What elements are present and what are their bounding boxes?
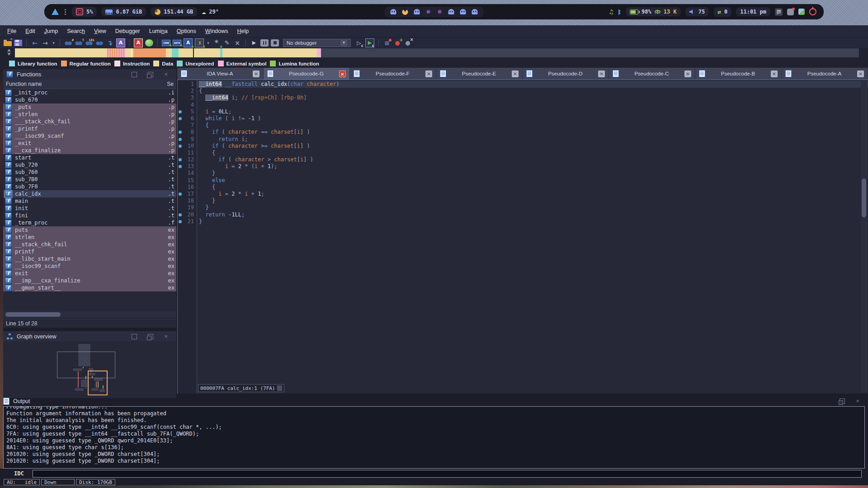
- workspace-2-pacman-icon[interactable]: [402, 9, 408, 15]
- menu-jump[interactable]: Jump: [40, 28, 63, 34]
- tab-close-icon[interactable]: ✕: [771, 70, 778, 77]
- code-line[interactable]: 20 return -1LL;: [178, 211, 868, 218]
- create-code-icon[interactable]: [162, 40, 170, 46]
- code-line[interactable]: 17 i = 2 * i + 1;: [178, 191, 868, 197]
- repeat-module[interactable]: ⇄ 0: [713, 7, 731, 17]
- menu-dots-icon[interactable]: [65, 11, 66, 13]
- sequence-search-icon[interactable]: [85, 40, 93, 46]
- function-row[interactable]: fexitex: [3, 270, 176, 277]
- tab-pseudocode-g[interactable]: Pseudocode-G✕: [264, 68, 350, 80]
- menu-lumina[interactable]: Lumina: [145, 28, 172, 34]
- function-row[interactable]: f___isoc99_scanf.p: [3, 132, 176, 140]
- function-row[interactable]: f_puts.p: [3, 103, 176, 111]
- workspace-3-ghost-icon[interactable]: [414, 9, 420, 14]
- close-icon[interactable]: ×: [164, 72, 168, 77]
- workspace-1-ghost-icon[interactable]: [391, 9, 396, 14]
- menu-help[interactable]: Help: [233, 28, 254, 34]
- jump-forward-icon[interactable]: →: [41, 39, 49, 47]
- step-pseudocode-icon[interactable]: ▷: [355, 39, 363, 47]
- debugger-stop-icon[interactable]: [271, 39, 279, 47]
- menu-edit[interactable]: Edit: [21, 28, 40, 34]
- function-row[interactable]: finit.t: [3, 205, 176, 212]
- function-row[interactable]: fstart.t: [3, 154, 176, 161]
- code-line[interactable]: 10 if ( character >= charset[i] ): [178, 143, 868, 150]
- code-line[interactable]: 8 if ( character == charset[i] ): [178, 129, 868, 136]
- music-icon[interactable]: ♫: [609, 8, 613, 15]
- workspace-5-dot-icon[interactable]: [438, 10, 442, 14]
- code-line[interactable]: 7 {: [178, 122, 868, 129]
- code-line[interactable]: 1__int64 __fastcall calc_idx(char charac…: [178, 81, 868, 88]
- jump-back-icon[interactable]: →: [31, 39, 39, 47]
- string-dropdown-icon[interactable]: ▾: [206, 39, 210, 47]
- dock-minimize-icon[interactable]: [132, 334, 137, 339]
- tab-close-icon[interactable]: ✕: [598, 70, 605, 77]
- vscrollbar-thumb[interactable]: [862, 178, 866, 217]
- menu-search[interactable]: Search: [62, 28, 90, 34]
- text-search-icon[interactable]: [75, 40, 83, 46]
- dock-float-icon[interactable]: [148, 334, 153, 339]
- function-row[interactable]: f__gmon_start__ex: [3, 284, 176, 291]
- code-vscrollbar[interactable]: [861, 81, 867, 393]
- function-row[interactable]: f__cxa_finalize.p: [3, 147, 176, 154]
- function-row[interactable]: fcalc_idx.t: [3, 190, 176, 197]
- arch-logo-icon[interactable]: [52, 9, 59, 15]
- navigation-band[interactable]: [15, 48, 859, 57]
- navband-up-icon[interactable]: [7, 49, 11, 52]
- code-line[interactable]: 15 else: [178, 177, 868, 184]
- binary-search-icon[interactable]: [64, 40, 72, 46]
- create-string-icon[interactable]: s: [195, 38, 204, 47]
- add-breakpoint-icon[interactable]: ●: [393, 39, 401, 47]
- function-row[interactable]: f_init_proc.i: [3, 89, 176, 96]
- delete-icon[interactable]: ×: [233, 39, 241, 47]
- column-segment[interactable]: Se: [167, 81, 174, 87]
- function-row[interactable]: ffini.t: [3, 212, 176, 219]
- create-data-icon[interactable]: [173, 40, 181, 46]
- debugger-start-icon[interactable]: ▶: [250, 39, 258, 47]
- code-line[interactable]: 16 {: [178, 184, 868, 191]
- function-row[interactable]: fmain.t: [3, 197, 176, 205]
- function-row[interactable]: f_strlen.p: [3, 111, 176, 118]
- menu-view[interactable]: View: [90, 28, 111, 34]
- close-icon[interactable]: ×: [856, 399, 859, 404]
- menu-file[interactable]: File: [3, 28, 21, 34]
- code-line[interactable]: 19 }: [178, 204, 868, 211]
- menu-debugger[interactable]: Debugger: [111, 28, 145, 34]
- tab-pseudocode-e[interactable]: Pseudocode-E✕: [436, 68, 523, 80]
- edit-icon[interactable]: ✎: [223, 39, 231, 47]
- function-row[interactable]: f_exit.p: [3, 140, 176, 147]
- dock-float-icon[interactable]: [840, 399, 845, 404]
- code-line[interactable]: 6 while ( i != -1 ): [178, 115, 868, 122]
- input-method-icon[interactable]: 拼: [775, 8, 783, 16]
- delete-breakpoint-icon[interactable]: ●: [404, 39, 412, 47]
- problem-marker-icon[interactable]: A: [134, 38, 143, 47]
- bluetooth-icon[interactable]: ᛒ: [618, 9, 621, 15]
- jump-forward-dropdown-icon[interactable]: ▾: [52, 39, 56, 47]
- function-row[interactable]: fstrlenex: [3, 234, 176, 241]
- create-struct-icon[interactable]: *: [212, 39, 221, 47]
- tab-close-icon[interactable]: ✕: [512, 70, 519, 77]
- chevron-down-icon[interactable]: ▼: [340, 40, 347, 46]
- debugger-pause-icon[interactable]: [260, 39, 269, 47]
- output-log[interactable]: Propagating type information...Function …: [3, 406, 865, 469]
- code-line[interactable]: 4: [178, 102, 868, 108]
- highlight-identifier-icon[interactable]: A: [116, 38, 125, 47]
- code-line[interactable]: 18 }: [178, 197, 868, 204]
- code-line[interactable]: 9 return i;: [178, 136, 868, 143]
- tab-close-icon[interactable]: ✕: [684, 70, 691, 77]
- debugger-combo[interactable]: No debugger ▼: [283, 39, 351, 47]
- workspace-8-ghost-icon[interactable]: [472, 9, 478, 14]
- tab-pseudocode-b[interactable]: Pseudocode-B✕: [695, 68, 782, 80]
- tab-pseudocode-d[interactable]: Pseudocode-D✕: [523, 68, 609, 80]
- function-row[interactable]: f_term_proc.f: [3, 219, 176, 226]
- close-icon[interactable]: ×: [164, 334, 168, 339]
- code-line[interactable]: 13 i = 2 * (i + 1);: [178, 163, 868, 170]
- run-to-pseudocode-icon[interactable]: ▶: [365, 38, 374, 47]
- graph-overview-canvas[interactable]: [3, 341, 176, 398]
- tab-close-icon[interactable]: ✕: [339, 70, 346, 77]
- tab-pseudocode-f[interactable]: Pseudocode-F✕: [350, 68, 436, 80]
- code-line[interactable]: 11 {: [178, 150, 868, 156]
- function-row[interactable]: fsub_7B0.t: [3, 176, 176, 183]
- function-row[interactable]: f___stack_chk_fail.p: [3, 118, 176, 125]
- tab-ida-view-a[interactable]: IDA View-A✕: [177, 68, 264, 80]
- tab-close-icon[interactable]: ✕: [425, 70, 432, 77]
